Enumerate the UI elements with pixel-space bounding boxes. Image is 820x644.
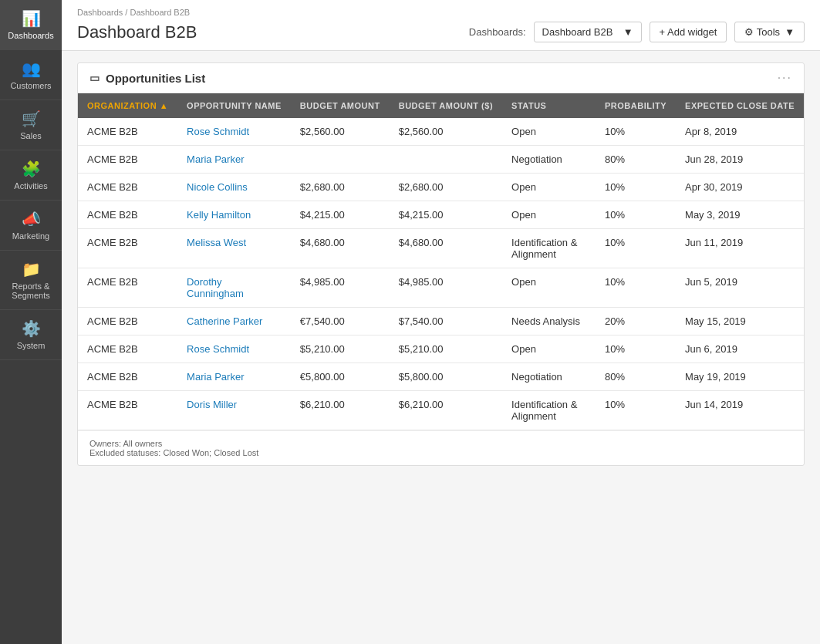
table-cell-0: ACME B2B — [78, 308, 177, 335]
sidebar: 📊 Dashboards 👥 Customers 🛒 Sales 🧩 Activ… — [0, 0, 62, 644]
opportunity-name-cell[interactable]: Dorothy Cunningham — [177, 268, 291, 308]
marketing-icon: 📣 — [22, 210, 41, 228]
table-cell-2: €5,800.00 — [291, 363, 390, 391]
table-cell-5: 10% — [596, 391, 676, 430]
sidebar-item-label: Customers — [10, 81, 51, 90]
sidebar-item-dashboards[interactable]: 📊 Dashboards — [0, 0, 62, 50]
sidebar-item-label: System — [17, 341, 46, 350]
opportunities-table: ORGANIZATION ▲ OPPORTUNITY NAME BUDGET A… — [78, 93, 804, 430]
table-body: ACME B2BRose Schmidt$2,560.00$2,560.00Op… — [78, 118, 804, 430]
widget-header: ▭ Opportunities List ··· — [78, 63, 804, 93]
table-cell-0: ACME B2B — [78, 391, 177, 430]
sidebar-item-customers[interactable]: 👥 Customers — [0, 50, 62, 100]
widget-title-text: Opportunities List — [106, 72, 205, 85]
table-cell-3 — [390, 146, 502, 174]
table-cell-3: $7,540.00 — [390, 308, 502, 335]
table-cell-2: $4,985.00 — [291, 268, 390, 308]
collapse-icon[interactable]: ▭ — [89, 72, 100, 84]
table-cell-4: Negotiation — [502, 146, 596, 174]
table-cell-3: $4,215.00 — [390, 201, 502, 229]
sidebar-item-sales[interactable]: 🛒 Sales — [0, 100, 62, 150]
dashboard-select[interactable]: Dashboard B2B ▼ — [534, 22, 642, 42]
sidebar-item-reports[interactable]: 📁 Reports & Segments — [0, 251, 62, 310]
opportunity-name-cell[interactable]: Rose Schmidt — [177, 335, 291, 363]
col-probability[interactable]: PROBABILITY — [596, 93, 676, 118]
breadcrumb: Dashboards / Dashboard B2B — [77, 8, 805, 17]
widget-menu-button[interactable]: ··· — [778, 71, 792, 85]
table-cell-2: $2,560.00 — [291, 118, 390, 146]
widget-title: ▭ Opportunities List — [89, 72, 205, 85]
table-cell-6: May 15, 2019 — [676, 308, 804, 335]
table-cell-2: $4,215.00 — [291, 201, 390, 229]
col-budget-amount-usd[interactable]: BUDGET AMOUNT ($) — [390, 93, 502, 118]
table-cell-0: ACME B2B — [78, 118, 177, 146]
table-row: ACME B2BMelissa West$4,680.00$4,680.00Id… — [78, 229, 804, 268]
add-widget-button[interactable]: + Add widget — [650, 22, 727, 42]
sidebar-item-label: Sales — [20, 131, 42, 140]
col-organization[interactable]: ORGANIZATION ▲ — [78, 93, 177, 118]
main-content: Dashboards / Dashboard B2B Dashboard B2B… — [62, 0, 820, 644]
table-cell-6: May 3, 2019 — [676, 201, 804, 229]
table-cell-2: $2,680.00 — [291, 174, 390, 201]
opportunity-name-cell[interactable]: Nicole Collins — [177, 174, 291, 201]
table-cell-2 — [291, 146, 390, 174]
opportunity-name-cell[interactable]: Melissa West — [177, 229, 291, 268]
table-header-row: ORGANIZATION ▲ OPPORTUNITY NAME BUDGET A… — [78, 93, 804, 118]
opportunity-name-cell[interactable]: Rose Schmidt — [177, 118, 291, 146]
opportunity-name-cell[interactable]: Catherine Parker — [177, 308, 291, 335]
footer-owners: Owners: All owners — [89, 439, 792, 448]
table-cell-6: May 19, 2019 — [676, 363, 804, 391]
dashboard-select-value: Dashboard B2B — [542, 26, 613, 38]
tools-label: ⚙ Tools — [744, 26, 780, 38]
table-cell-5: 80% — [596, 363, 676, 391]
opportunity-name-cell[interactable]: Doris Miller — [177, 391, 291, 430]
table-row: ACME B2BKelly Hamilton$4,215.00$4,215.00… — [78, 201, 804, 229]
header-controls: Dashboards: Dashboard B2B ▼ + Add widget… — [469, 22, 805, 42]
header: Dashboards / Dashboard B2B Dashboard B2B… — [62, 0, 820, 51]
opportunities-widget: ▭ Opportunities List ··· ORGANIZATION ▲ … — [77, 62, 805, 466]
system-icon: ⚙️ — [22, 319, 41, 338]
table-cell-5: 80% — [596, 146, 676, 174]
table-cell-0: ACME B2B — [78, 229, 177, 268]
table-cell-3: $5,800.00 — [390, 363, 502, 391]
tools-button[interactable]: ⚙ Tools ▼ — [734, 22, 805, 42]
table-cell-0: ACME B2B — [78, 146, 177, 174]
sales-icon: 🛒 — [22, 110, 41, 128]
table-cell-0: ACME B2B — [78, 268, 177, 308]
table-cell-5: 20% — [596, 308, 676, 335]
sidebar-item-marketing[interactable]: 📣 Marketing — [0, 201, 62, 251]
col-status[interactable]: STATUS — [502, 93, 596, 118]
table-row: ACME B2BNicole Collins$2,680.00$2,680.00… — [78, 174, 804, 201]
table-container: ORGANIZATION ▲ OPPORTUNITY NAME BUDGET A… — [78, 93, 804, 430]
table-cell-4: Open — [502, 335, 596, 363]
dashboards-label: Dashboards: — [469, 26, 526, 38]
sidebar-item-label: Dashboards — [8, 31, 53, 40]
table-cell-5: 10% — [596, 335, 676, 363]
table-cell-0: ACME B2B — [78, 174, 177, 201]
table-cell-6: Jun 6, 2019 — [676, 335, 804, 363]
table-row: ACME B2BMaria ParkerNegotiation80%Jun 28… — [78, 146, 804, 174]
table-cell-6: Jun 28, 2019 — [676, 146, 804, 174]
col-budget-amount[interactable]: BUDGET AMOUNT — [291, 93, 390, 118]
table-cell-4: Needs Analysis — [502, 308, 596, 335]
table-cell-3: $6,210.00 — [390, 391, 502, 430]
table-cell-4: Identification & Alignment — [502, 229, 596, 268]
widget-footer: Owners: All owners Excluded statuses: Cl… — [78, 430, 804, 465]
table-row: ACME B2BMaria Parker€5,800.00$5,800.00Ne… — [78, 363, 804, 391]
table-cell-0: ACME B2B — [78, 363, 177, 391]
table-cell-3: $5,210.00 — [390, 335, 502, 363]
sidebar-item-activities[interactable]: 🧩 Activities — [0, 150, 62, 201]
opportunity-name-cell[interactable]: Maria Parker — [177, 146, 291, 174]
opportunity-name-cell[interactable]: Kelly Hamilton — [177, 201, 291, 229]
table-cell-5: 10% — [596, 118, 676, 146]
table-cell-3: $2,560.00 — [390, 118, 502, 146]
table-cell-2: $4,680.00 — [291, 229, 390, 268]
col-expected-close-date[interactable]: EXPECTED CLOSE DATE — [676, 93, 804, 118]
table-row: ACME B2BCatherine Parker€7,540.00$7,540.… — [78, 308, 804, 335]
table-cell-5: 10% — [596, 268, 676, 308]
table-cell-3: $2,680.00 — [390, 174, 502, 201]
sidebar-item-system[interactable]: ⚙️ System — [0, 310, 62, 360]
col-opportunity-name[interactable]: OPPORTUNITY NAME — [177, 93, 291, 118]
opportunity-name-cell[interactable]: Maria Parker — [177, 363, 291, 391]
chevron-down-icon: ▼ — [785, 26, 795, 38]
